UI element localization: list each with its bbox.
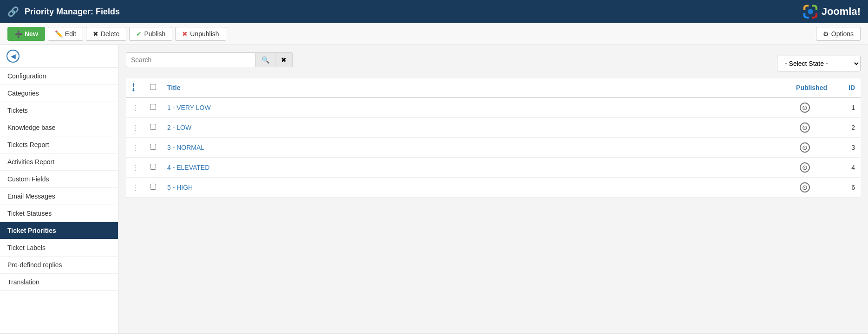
row-published-cell[interactable]: ⊙ [777,178,833,198]
published-status-icon[interactable]: ⊙ [800,162,810,173]
row-id-cell: 2 [833,118,861,138]
unpublish-label: Unpublish [190,30,219,38]
gear-icon: ⚙ [823,30,829,38]
table-row: ⋮ 5 - HIGH ⊙ 6 [126,178,861,198]
row-checkbox[interactable] [150,164,156,170]
unpublish-icon: ✖ [182,30,188,38]
drag-handle-icon[interactable]: ⋮ [131,124,139,132]
row-id-cell: 3 [833,138,861,158]
row-checkbox-cell[interactable] [144,178,162,198]
drag-handle-cell[interactable]: ⋮ [126,97,144,118]
row-published-cell[interactable]: ⊙ [777,118,833,138]
sidebar: ◀ ConfigurationCategoriesTicketsKnowledg… [0,45,118,333]
drag-handle-cell[interactable]: ⋮ [126,158,144,178]
table-row: ⋮ 1 - VERY LOW ⊙ 1 [126,97,861,118]
row-checkbox[interactable] [150,124,156,130]
drag-handle-icon[interactable]: ⋮ [131,104,139,112]
row-checkbox-cell[interactable] [144,97,162,118]
publish-button[interactable]: ✔ Publish [129,27,172,41]
row-title-link[interactable]: 1 - VERY LOW [167,104,211,111]
sidebar-item-activities-report[interactable]: Activities Report [0,154,118,171]
publish-icon: ✔ [136,30,142,38]
row-published-cell[interactable]: ⊙ [777,138,833,158]
col-id-label: ID [848,84,855,91]
drag-handle-cell[interactable]: ⋮ [126,118,144,138]
col-checkbox-header[interactable] [144,78,162,97]
col-title-header[interactable]: Title [162,78,777,97]
svg-point-0 [808,9,813,14]
row-title-link[interactable]: 5 - HIGH [167,184,193,191]
row-published-cell[interactable]: ⊙ [777,97,833,118]
col-id-header[interactable]: ID [833,78,861,97]
published-status-icon[interactable]: ⊙ [800,142,810,153]
search-bar: 🔍 ✖ [126,52,293,67]
edit-icon: ✏️ [55,30,63,38]
row-id-cell: 1 [833,97,861,118]
col-title-label: Title [167,84,181,91]
row-title-cell: 5 - HIGH [162,178,777,198]
sidebar-item-knowledge-base[interactable]: Knowledge base [0,119,118,136]
table-row: ⋮ 4 - ELEVATED ⊙ 4 [126,158,861,178]
select-state-dropdown[interactable]: - Select State - Published Unpublished [777,56,861,71]
col-published-header[interactable]: Published [777,78,833,97]
row-title-link[interactable]: 4 - ELEVATED [167,164,209,171]
published-status-icon[interactable]: ⊙ [800,103,810,113]
joomla-logo-icon [802,3,819,20]
col-published-label: Published [796,84,827,91]
drag-handle-icon[interactable]: ⋮ [131,184,139,192]
row-title-link[interactable]: 2 - LOW [167,124,191,131]
row-title-cell: 2 - LOW [162,118,777,138]
sidebar-item-tickets[interactable]: Tickets [0,102,118,119]
published-status-icon[interactable]: ⊙ [800,122,810,133]
sidebar-item-email-messages[interactable]: Email Messages [0,188,118,205]
delete-button[interactable]: ✖ Delete [86,27,126,41]
plus-icon: ➕ [14,30,22,38]
drag-handle-icon[interactable]: ⋮ [131,164,139,172]
drag-handle-icon[interactable]: ⋮ [131,144,139,152]
row-checkbox-cell[interactable] [144,118,162,138]
toolbar: ➕ New ✏️ Edit ✖ Delete ✔ Publish ✖ Unpub… [0,23,868,45]
joomla-logo: Joomla! [802,3,861,20]
publish-label: Publish [144,30,165,38]
data-table: ⬆ ⬇ Title Published [126,78,861,198]
unpublish-button[interactable]: ✖ Unpublish [175,27,226,41]
search-clear-button[interactable]: ✖ [275,52,293,67]
back-icon[interactable]: ◀ [7,50,20,63]
edit-button[interactable]: ✏️ Edit [48,27,83,41]
col-sort-header[interactable]: ⬆ ⬇ [126,78,144,97]
row-checkbox[interactable] [150,184,156,190]
options-button[interactable]: ⚙ Options [816,27,861,41]
sidebar-item-ticket-statuses[interactable]: Ticket Statuses [0,205,118,222]
search-input[interactable] [126,52,256,67]
row-id: 2 [851,124,855,131]
sidebar-back[interactable]: ◀ [0,45,118,68]
new-button[interactable]: ➕ New [7,27,45,41]
drag-handle-cell[interactable]: ⋮ [126,178,144,198]
row-title-link[interactable]: 3 - NORMAL [167,144,204,151]
sidebar-item-ticket-labels[interactable]: Ticket Labels [0,239,118,257]
sidebar-item-predefined-replies[interactable]: Pre-defined replies [0,257,118,274]
sidebar-item-translation[interactable]: Translation [0,274,118,291]
joomla-logo-text: Joomla! [822,6,861,18]
row-id: 3 [851,144,855,151]
row-title-cell: 4 - ELEVATED [162,158,777,178]
row-id-cell: 6 [833,178,861,198]
row-title-cell: 3 - NORMAL [162,138,777,158]
sidebar-item-configuration[interactable]: Configuration [0,68,118,85]
row-id: 6 [851,184,855,191]
sidebar-item-custom-fields[interactable]: Custom Fields [0,171,118,188]
row-checkbox-cell[interactable] [144,138,162,158]
row-checkbox-cell[interactable] [144,158,162,178]
content-area: 🔍 ✖ - Select State - Published Unpublish… [118,45,868,333]
row-checkbox[interactable] [150,104,156,110]
sidebar-item-tickets-report[interactable]: Tickets Report [0,136,118,154]
row-published-cell[interactable]: ⊙ [777,158,833,178]
sidebar-item-categories[interactable]: Categories [0,85,118,102]
select-all-checkbox[interactable] [150,84,156,90]
drag-handle-cell[interactable]: ⋮ [126,138,144,158]
sidebar-item-ticket-priorities[interactable]: Ticket Priorities [0,222,118,239]
published-status-icon[interactable]: ⊙ [800,182,810,193]
link-icon: 🔗 [7,6,19,17]
row-checkbox[interactable] [150,144,156,150]
search-button[interactable]: 🔍 [256,52,275,67]
